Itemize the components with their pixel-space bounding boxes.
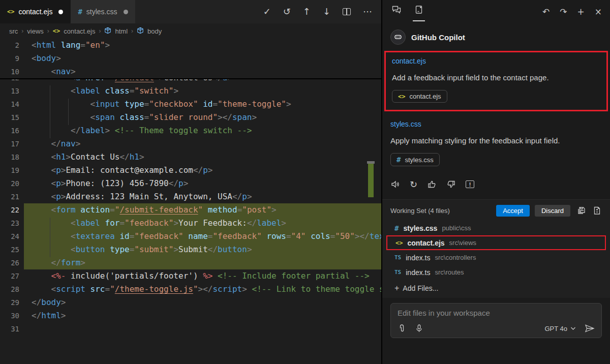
code-text: </nav> <box>24 137 381 150</box>
code-line-19[interactable]: 19 <p>Email: contact@example.com</p> <box>0 164 381 177</box>
code-line-28[interactable]: 28 <script src="/theme-toggle.js"></scri… <box>0 283 381 296</box>
chat-input[interactable] <box>398 309 595 317</box>
next-change-icon[interactable]: ↓ <box>323 7 330 16</box>
tab-contact-ejs[interactable]: <> contact.ejs <box>0 0 70 23</box>
chat-view-icon[interactable] <box>390 3 403 21</box>
file-path: src\controllers <box>435 254 476 261</box>
accept-check-icon[interactable]: ✓ <box>263 7 271 16</box>
report-issue-icon[interactable]: ! <box>466 180 474 188</box>
code-line-18[interactable]: 18 <h1>Contact Us</h1> <box>0 150 381 164</box>
code-line-20[interactable]: 20 <p>Phone: (123) 456-7890</p> <box>0 177 381 190</box>
working-set-title: Working Set (4 files) <box>390 207 491 215</box>
request-file-link[interactable]: contact.ejs <box>392 57 426 65</box>
read-aloud-speaker-icon[interactable] <box>390 179 400 189</box>
line-number: 18 <box>0 150 24 164</box>
breadcrumb-item[interactable]: views <box>27 27 44 35</box>
request-message: Apply matching styling for the feedback … <box>390 136 602 145</box>
working-set-file-styles.css[interactable]: #styles.csspublic\css <box>390 221 602 235</box>
code-line-12[interactable]: 12 <a href="/contact">Contact Us</a> <box>0 79 381 84</box>
code-text <box>24 322 381 336</box>
request-message: Add a feedback input field to the contac… <box>392 73 600 82</box>
new-session-icon[interactable]: + <box>577 8 585 16</box>
code-line-23[interactable]: 23 <label for="feedback">Your Feedback:<… <box>0 217 381 230</box>
line-number: 20 <box>0 177 24 190</box>
thumbs-up-icon[interactable] <box>427 179 437 189</box>
modified-dot-icon[interactable] <box>124 10 128 14</box>
code-line-29[interactable]: 29</body> <box>0 296 381 309</box>
close-panel-icon[interactable]: × <box>595 8 602 16</box>
code-line-24[interactable]: 24 <textarea id="feedback" name="feedbac… <box>0 230 381 243</box>
code-editor[interactable]: 2<html lang="en">9<body>10 <nav> 12 <a h… <box>0 39 381 336</box>
tab-styles-css[interactable]: # styles.css <box>70 0 135 23</box>
code-line-9[interactable]: 9<body> <box>0 52 381 65</box>
previous-change-icon[interactable]: ↑ <box>303 7 311 16</box>
working-set-file-contact.ejs[interactable]: <>contact.ejssrc\views <box>386 235 606 250</box>
breadcrumb-item[interactable]: body <box>147 27 162 35</box>
working-set-file-list: #styles.csspublic\css<>contact.ejssrc\vi… <box>390 221 602 280</box>
copilot-edits-view-icon[interactable] <box>413 3 425 21</box>
thumbs-down-icon[interactable] <box>446 179 456 189</box>
add-files-button[interactable]: + Add Files... <box>391 284 601 293</box>
compare-changes-icon[interactable] <box>592 206 602 216</box>
breadcrumb-item[interactable]: contact.ejs <box>64 27 95 35</box>
breadcrumb-item[interactable]: html <box>115 27 128 35</box>
line-number: 28 <box>0 283 24 296</box>
file-name: contact.ejs <box>407 239 444 247</box>
symbol-cube-icon <box>137 27 144 36</box>
save-all-icon[interactable] <box>576 206 586 216</box>
accept-button[interactable]: Accept <box>496 205 530 217</box>
file-name: styles.css <box>403 224 437 232</box>
line-number: 21 <box>0 190 24 203</box>
chevron-down-icon <box>570 326 576 330</box>
line-number: 31 <box>0 322 24 336</box>
code-text: </label> <!-- Theme toggle switch --> <box>24 124 381 137</box>
code-line-30[interactable]: 30</html> <box>0 309 381 322</box>
code-line-13[interactable]: 13 <label class="switch"> <box>0 84 381 98</box>
redo-icon[interactable]: ↷ <box>560 8 567 16</box>
working-set-file-index.ts[interactable]: TSindex.tssrc\controllers <box>390 250 602 265</box>
line-number: 2 <box>0 39 24 52</box>
code-line-31[interactable]: 31 <box>0 322 381 336</box>
panel-view-switcher <box>390 3 425 21</box>
ts-file-icon: TS <box>394 254 401 261</box>
line-number: 24 <box>0 230 24 243</box>
panel-title-actions: ↶ ↷ + × <box>542 8 602 16</box>
code-text: <label class="switch"> <box>24 84 381 98</box>
modified-dot-icon[interactable] <box>58 10 63 14</box>
code-line-27[interactable]: 27 <%- include('partials/footer') %> <!-… <box>0 269 381 283</box>
file-chip-styles-css[interactable]: # styles.css <box>390 153 440 166</box>
discard-button[interactable]: Discard <box>535 205 570 217</box>
code-text: <a href="/contact">Contact Us</a> <box>24 79 381 84</box>
code-text: </form> <box>24 256 381 269</box>
breadcrumb-item[interactable]: src <box>9 27 18 35</box>
code-line-14[interactable]: 14 <input type="checkbox" id="theme-togg… <box>0 98 381 111</box>
code-line-21[interactable]: 21 <p>Address: 123 Main St, Anytown, USA… <box>0 190 381 203</box>
discard-undo-icon[interactable]: ↺ <box>283 7 291 16</box>
attach-paperclip-icon[interactable] <box>398 324 406 333</box>
line-number: 9 <box>0 52 24 65</box>
model-picker[interactable]: GPT 4o <box>544 325 576 332</box>
file-chip-contact-ejs[interactable]: <> contact.ejs <box>392 90 447 103</box>
code-line-26[interactable]: 26 </form> <box>0 256 381 269</box>
code-line-15[interactable]: 15 <span class="slider round"></span> <box>0 111 381 124</box>
response-actions: ↻ ! <box>390 179 602 189</box>
symbol-cube-icon <box>104 27 111 36</box>
code-line-10[interactable]: 10 <nav> <box>0 65 381 78</box>
undo-icon[interactable]: ↶ <box>542 8 550 16</box>
code-text: </html> <box>24 309 381 322</box>
code-line-22[interactable]: 22 <form action="/submit-feedback" metho… <box>0 203 381 217</box>
code-line-25[interactable]: 25 <button type="submit">Submit</button> <box>0 243 381 256</box>
more-actions-icon[interactable]: ⋯ <box>363 7 372 16</box>
request-file-link[interactable]: styles.css <box>390 120 421 128</box>
line-number: 27 <box>0 269 24 283</box>
code-line-17[interactable]: 17 </nav> <box>0 137 381 150</box>
code-text: <form action="/submit-feedback" method="… <box>24 203 381 217</box>
code-text: <p>Phone: (123) 456-7890</p> <box>24 177 381 190</box>
split-editor-icon[interactable] <box>343 8 351 15</box>
rerun-request-icon[interactable]: ↻ <box>410 180 417 189</box>
code-line-16[interactable]: 16 </label> <!-- Theme toggle switch --> <box>0 124 381 137</box>
microphone-icon[interactable] <box>415 324 423 333</box>
send-icon[interactable] <box>585 324 595 333</box>
code-line-2[interactable]: 2<html lang="en"> <box>0 39 381 52</box>
working-set-file-index.ts[interactable]: TSindex.tssrc\routes <box>390 265 602 280</box>
